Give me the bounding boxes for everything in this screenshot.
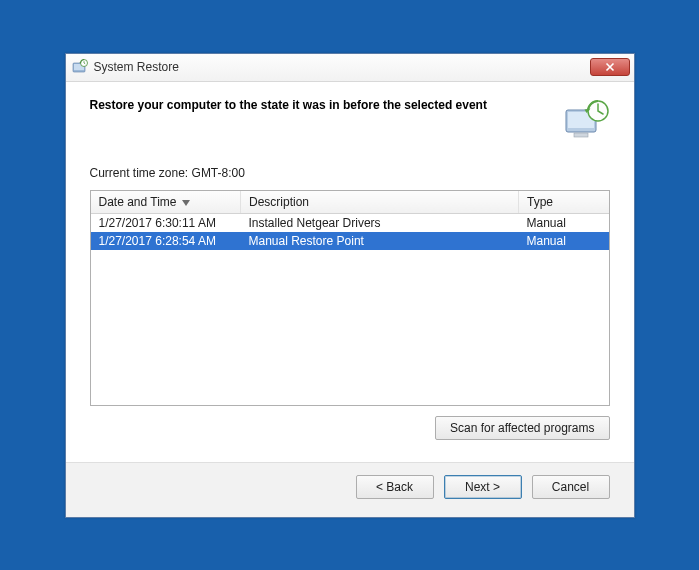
window-title: System Restore — [94, 60, 590, 74]
next-button[interactable]: Next > — [444, 475, 522, 499]
cell-description: Installed Netgear Drivers — [241, 214, 519, 233]
column-header-type-label: Type — [527, 195, 553, 209]
column-header-type[interactable]: Type — [519, 191, 609, 214]
cell-datetime: 1/27/2017 6:28:54 AM — [91, 232, 241, 250]
back-button[interactable]: < Back — [356, 475, 434, 499]
cell-description: Manual Restore Point — [241, 232, 519, 250]
svg-rect-6 — [574, 133, 588, 137]
restore-app-icon — [72, 59, 88, 75]
column-header-datetime[interactable]: Date and Time — [91, 191, 241, 214]
restore-points-table[interactable]: Date and Time Description Type 1 — [90, 190, 610, 406]
page-heading: Restore your computer to the state it wa… — [90, 98, 552, 114]
svg-marker-9 — [182, 200, 190, 206]
cancel-button[interactable]: Cancel — [532, 475, 610, 499]
table-row[interactable]: 1/27/2017 6:28:54 AMManual Restore Point… — [91, 232, 609, 250]
system-restore-window: System Restore Restore your computer to … — [65, 53, 635, 518]
column-header-description[interactable]: Description — [241, 191, 519, 214]
scan-affected-programs-button[interactable]: Scan for affected programs — [435, 416, 610, 440]
cell-type: Manual — [519, 214, 609, 233]
titlebar: System Restore — [66, 54, 634, 82]
scan-row: Scan for affected programs — [90, 416, 610, 440]
footer: < Back Next > Cancel — [66, 462, 634, 517]
sort-descending-icon — [182, 195, 190, 209]
header-row: Restore your computer to the state it wa… — [90, 98, 610, 140]
cell-datetime: 1/27/2017 6:30:11 AM — [91, 214, 241, 233]
restore-header-icon — [564, 98, 610, 140]
cell-type: Manual — [519, 232, 609, 250]
table-row[interactable]: 1/27/2017 6:30:11 AMInstalled Netgear Dr… — [91, 214, 609, 233]
timezone-label: Current time zone: GMT-8:00 — [90, 166, 610, 180]
column-header-datetime-label: Date and Time — [99, 195, 177, 209]
close-button[interactable] — [590, 58, 630, 76]
content-area: Restore your computer to the state it wa… — [66, 82, 634, 440]
column-header-description-label: Description — [249, 195, 309, 209]
